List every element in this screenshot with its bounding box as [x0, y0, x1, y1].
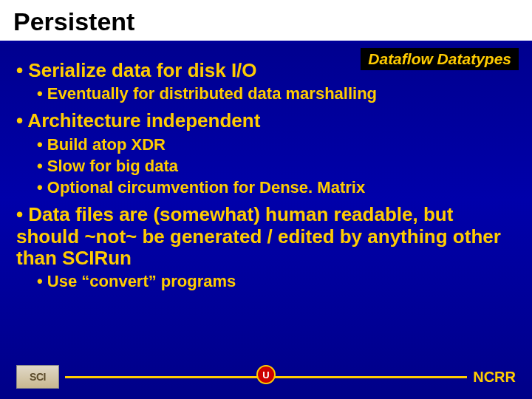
topic-badge: Dataflow Datatypes [361, 48, 519, 70]
slide-footer: SCI U NCRR [0, 365, 532, 389]
bullet-l2: • Build atop XDR [37, 135, 516, 154]
bullet-l1: • Architecture independent [16, 110, 516, 132]
bullet-l2: • Use “convert” programs [37, 272, 516, 290]
bullet-l2: • Slow for big data [37, 157, 516, 175]
slide-content: • Serialize data for disk I/O • Eventual… [0, 44, 532, 290]
ncrr-label: NCRR [473, 369, 516, 386]
university-logo: U [256, 365, 276, 384]
bullet-l2: • Eventually for distributed data marsha… [37, 84, 516, 103]
sci-institute-logo: SCI [16, 365, 59, 389]
bullet-l2: • Optional circumvention for Dense. Matr… [37, 178, 516, 197]
slide-title: Persistent [13, 7, 519, 36]
bullet-l1: • Data files are (somewhat) human readab… [16, 204, 516, 268]
